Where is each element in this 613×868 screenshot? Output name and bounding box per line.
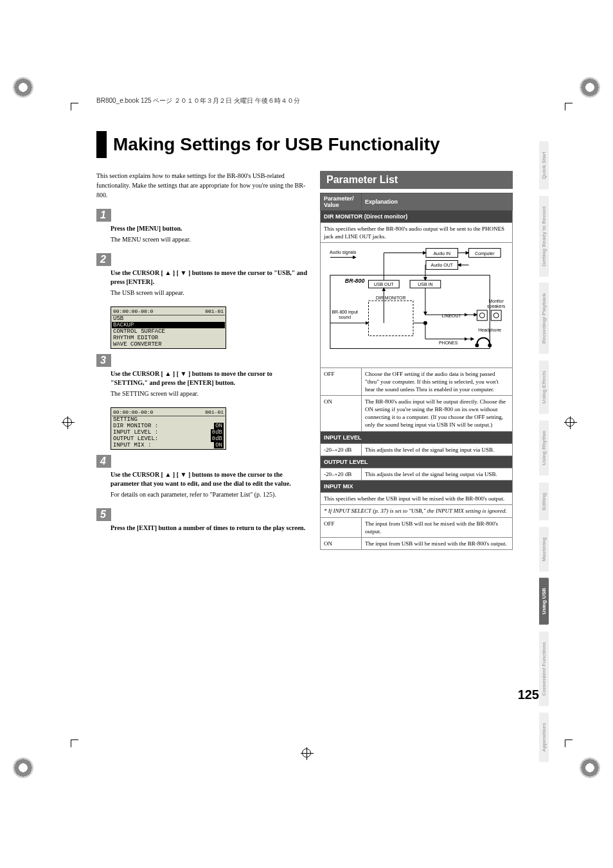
lcd-value: ON <box>214 423 224 429</box>
lcd-row: RHYTHM EDITOR <box>112 335 225 341</box>
page-content: BR800_e.book 125 ページ ２０１０年３月２日 火曜日 午後６時４… <box>96 96 546 550</box>
lcd-param: INPUT LEVEL : <box>113 429 158 436</box>
diagram-label-audio-out: Audio OUT <box>431 263 454 268</box>
crop-corner-icon <box>13 77 33 98</box>
lcd-usb-screen: 00:00:00-00:0 001-01 USB BACKUP CONTROL … <box>111 306 226 349</box>
param-subhead: DIR MONITOR (Direct monitor) <box>321 211 513 223</box>
svg-point-28 <box>475 344 479 348</box>
svg-rect-25 <box>491 310 501 321</box>
lcd-value: 0dB <box>211 429 224 436</box>
lcd-value: 0dB <box>211 436 224 442</box>
lcd-row: CONTROL SURFACE <box>112 328 225 335</box>
page-title: Making Settings for USB Functionality <box>113 134 440 155</box>
diagram-label-phones: PHONES <box>439 341 458 345</box>
step-result: The SETTING screen will appear. <box>111 389 308 398</box>
diagram-label-dir-monitor: DIR MONITOR <box>376 296 406 300</box>
lcd-value: ON <box>214 442 224 448</box>
tab-appendixes[interactable]: Appendixes <box>539 713 549 762</box>
tab-using-effects[interactable]: Using Effects <box>539 360 549 414</box>
svg-point-26 <box>493 313 499 318</box>
tab-using-usb[interactable]: Using USB <box>539 578 549 624</box>
instruction-column: This section explains how to make settin… <box>96 171 308 550</box>
tab-using-rhythm[interactable]: Using Rhythm <box>539 420 549 475</box>
section-heading: Parameter List <box>320 171 513 189</box>
step-result: For details on each parameter, refer to … <box>111 490 308 499</box>
diagram-label-usb-out: USB OUT <box>374 283 395 287</box>
step-instruction: Use the CURSOR [ ▲ ] [ ▼ ] buttons to mo… <box>111 470 308 488</box>
step-instruction: Use the CURSOR [ ▲ ] [ ▼ ] buttons to mo… <box>111 369 308 387</box>
diagram-label-usb-in: USB IN <box>418 283 432 287</box>
step-number: 1 <box>96 209 111 222</box>
diagram-label-headphone: Headphone <box>478 328 501 333</box>
table-header-param: Parameter/ Value <box>321 193 362 211</box>
param-explanation: This adjusts the level of the signal bei… <box>362 443 513 456</box>
svg-rect-23 <box>477 310 487 321</box>
step-instruction: Press the [MENU] button. <box>111 224 308 233</box>
step-1: 1 Press the [MENU] button. The MENU scre… <box>96 209 308 244</box>
diagram-label-br800-input2: sound <box>339 315 351 319</box>
svg-point-29 <box>488 344 492 348</box>
param-value: OFF <box>321 368 362 395</box>
lcd-time: 00:00:00-00:0 <box>113 409 153 415</box>
section-tabs: Quick Start Getting Ready to Record Reco… <box>539 141 549 762</box>
param-description: This specifies whether the USB input wil… <box>321 493 513 505</box>
param-value: ON <box>321 395 362 431</box>
two-column-layout: This section explains how to make settin… <box>96 171 546 550</box>
svg-point-24 <box>479 313 484 318</box>
param-explanation: The input from USB will not be mixed wit… <box>362 517 513 537</box>
param-subhead: INPUT MIX <box>321 481 513 493</box>
step-instruction: Press the [EXIT] button a number of time… <box>111 524 308 533</box>
crop-corner-icon <box>13 757 33 778</box>
param-explanation: This adjusts the level of the signal bei… <box>362 468 513 480</box>
svg-rect-13 <box>369 301 414 336</box>
registration-mark-icon <box>63 418 72 427</box>
tab-editing[interactable]: Editing <box>539 483 549 520</box>
diagram-label-audio-in: Audio IN <box>433 251 450 256</box>
tab-convenient-functions[interactable]: Convenient Functions <box>539 632 549 706</box>
diagram-label-br800: BR-800 <box>345 278 365 285</box>
lcd-selected-row: BACKUP <box>112 322 225 328</box>
param-explanation: The input from USB will be mixed with th… <box>362 537 513 549</box>
diagram-label-computer: Computer <box>475 251 495 256</box>
registration-mark-icon <box>302 748 311 757</box>
param-explanation: The BR-800's audio input will be output … <box>362 395 513 431</box>
step-number: 5 <box>96 508 111 521</box>
step-result: The MENU screen will appear. <box>111 235 308 244</box>
param-description: This specifies whether the BR-800's audi… <box>321 223 513 243</box>
lcd-setting-screen: 00:00:00-00:0 001-01 SETTING DIR MONITOR… <box>111 407 226 450</box>
step-5: 5 Press the [EXIT] button a number of ti… <box>96 508 308 533</box>
crop-corner-icon <box>580 757 600 778</box>
step-2: 2 Use the CURSOR [ ▲ ] [ ▼ ] buttons to … <box>96 253 308 297</box>
lcd-row: WAVE CONVERTER <box>112 341 225 348</box>
tab-recording-playback[interactable]: Recording/ Playback <box>539 283 549 354</box>
step-3: 3 Use the CURSOR [ ▲ ] [ ▼ ] buttons to … <box>96 354 308 398</box>
diagram-label-br800-input1: BR-800 input <box>332 310 358 315</box>
param-value: -20–+20 dB <box>321 443 362 456</box>
param-subhead: INPUT LEVEL <box>321 431 513 443</box>
lcd-marker: 001-01 <box>205 409 224 415</box>
step-number: 3 <box>96 354 111 367</box>
tab-mastering[interactable]: Mastering <box>539 527 549 572</box>
running-header: BR800_e.book 125 ページ ２０１０年３月２日 火曜日 午後６時４… <box>96 96 546 105</box>
lcd-param: OUTPUT LEVEL: <box>113 436 158 442</box>
parameter-table: Parameter/ Value Explanation DIR MONITOR… <box>320 193 513 550</box>
step-result: The USB screen will appear. <box>111 288 308 297</box>
page-number: 125 <box>518 687 539 702</box>
diagram-label-lineout: LINEOUT <box>442 314 462 318</box>
signal-flow-diagram: Computer Audio IN Audio OUT Audio signal… <box>321 243 512 365</box>
parameter-column: Parameter List Parameter/ Value Explanat… <box>320 171 513 550</box>
step-number: 2 <box>96 253 111 266</box>
lcd-time: 00:00:00-00:0 <box>113 308 153 314</box>
lcd-title: USB <box>112 315 225 322</box>
param-note: * If INPUT SELECT (p. 37) is set to "USB… <box>321 505 513 517</box>
step-instruction: Use the CURSOR [ ▲ ] [ ▼ ] buttons to mo… <box>111 269 308 287</box>
page-title-bar: Making Settings for USB Functionality <box>96 131 546 158</box>
tab-quick-start[interactable]: Quick Start <box>539 141 549 190</box>
diagram-label-monitor1: Monitor <box>489 299 504 303</box>
param-subhead: OUTPUT LEVEL <box>321 456 513 468</box>
tab-getting-ready[interactable]: Getting Ready to Record <box>539 196 549 277</box>
registration-mark-icon <box>565 418 574 427</box>
lcd-marker: 001-01 <box>205 308 224 314</box>
param-value: OFF <box>321 517 362 537</box>
lcd-title: SETTING <box>112 416 225 423</box>
